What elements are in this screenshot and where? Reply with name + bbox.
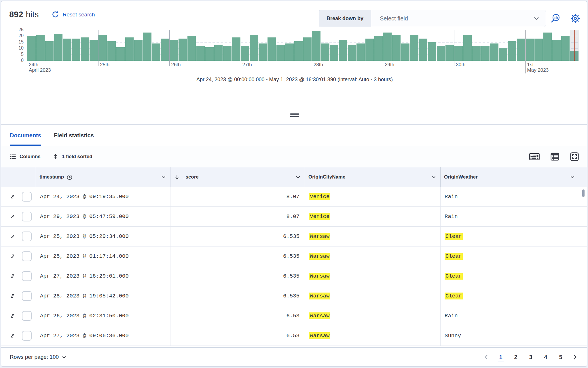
grid-header-origin-city[interactable]: OriginCityName: [305, 167, 441, 187]
row-controls: [1, 326, 36, 346]
edit-visualization-button[interactable]: [549, 12, 562, 25]
expand-document-icon[interactable]: [9, 194, 16, 200]
histogram-bar: [134, 40, 143, 61]
origin-city-header-label: OriginCityName: [308, 174, 345, 180]
grid-header-origin-weather[interactable]: OriginWeather: [441, 167, 579, 187]
columns-button[interactable]: Columns: [10, 153, 41, 160]
histogram-bar: [27, 36, 36, 61]
histogram-bar: [517, 39, 525, 61]
row-select-checkbox[interactable]: [22, 311, 32, 321]
histogram-bar: [401, 43, 409, 61]
histogram-bars[interactable]: [27, 30, 579, 61]
page-button-4[interactable]: 4: [540, 352, 551, 363]
grid-rows: Apr 24, 2023 @ 09:19:35.000 8.07 Venice …: [1, 187, 587, 350]
chevron-down-icon[interactable]: [570, 174, 575, 180]
histogram-bar: [161, 39, 169, 61]
histogram-bar: [116, 47, 125, 61]
y-axis-tick-label: 25: [6, 27, 24, 32]
histogram-bar: [534, 39, 543, 61]
row-select-checkbox[interactable]: [22, 331, 32, 341]
row-select-checkbox[interactable]: [22, 271, 32, 281]
day-gridline: [454, 30, 454, 61]
rows-per-page-button[interactable]: Rows per page: 100: [10, 354, 67, 360]
highlighted-value: Warsaw: [309, 332, 330, 339]
chart-options-button[interactable]: [569, 12, 582, 25]
page-button-3[interactable]: 3: [525, 352, 536, 363]
histogram-bar: [259, 43, 267, 61]
x-axis-tick: [98, 61, 98, 66]
histogram-bar: [125, 37, 134, 61]
histogram-bar: [303, 37, 312, 61]
histogram-bar: [36, 35, 45, 61]
cell-origin-city: Warsaw: [305, 246, 441, 266]
row-select-checkbox[interactable]: [22, 192, 32, 202]
highlighted-value: Clear: [445, 293, 463, 299]
histogram-bar: [392, 35, 401, 61]
cell-score: 6.535: [170, 266, 305, 286]
x-axis-tick-label: 25th: [100, 62, 109, 67]
x-axis-tick-label: 28th: [314, 62, 323, 67]
grid-header-score[interactable]: _score: [170, 167, 305, 187]
page-button-5[interactable]: 5: [555, 352, 566, 363]
chevron-down-icon[interactable]: [161, 174, 166, 180]
page-button-2[interactable]: 2: [510, 352, 521, 363]
expand-document-icon[interactable]: [9, 213, 16, 220]
panel-resize-handle[interactable]: [1, 113, 587, 117]
hits-histogram[interactable]: 051015202524thApril 202325th26th27th28th…: [1, 29, 587, 73]
row-select-checkbox[interactable]: [22, 212, 32, 221]
chevron-down-icon: [534, 16, 539, 21]
table-row: Apr 25, 2023 @ 01:17:14.000 6.535 Warsaw…: [1, 246, 587, 266]
expand-document-icon[interactable]: [9, 333, 16, 339]
page-button-1[interactable]: 1: [495, 352, 506, 363]
row-controls: [1, 266, 36, 286]
cell-score: 8.07: [170, 187, 305, 206]
chevron-down-icon[interactable]: [431, 174, 436, 180]
x-axis-tick: [169, 61, 170, 66]
chevron-down-icon[interactable]: [295, 174, 301, 180]
cell-timestamp: Apr 27, 2023 @ 18:29:01.000: [36, 266, 170, 286]
fullscreen-button[interactable]: [570, 152, 579, 161]
tab-field-statistics[interactable]: Field statistics: [54, 125, 94, 146]
cell-score: 6.535: [170, 286, 305, 306]
cell-gutter: [579, 207, 587, 226]
sort-fields-button[interactable]: 1 field sorted: [53, 154, 92, 160]
expand-document-icon[interactable]: [9, 233, 16, 240]
grid-header-timestamp[interactable]: timestamp: [36, 167, 170, 187]
expand-document-icon[interactable]: [9, 313, 16, 319]
histogram-bar: [543, 33, 552, 61]
sorted-fields-label: 1 field sorted: [62, 154, 92, 160]
histogram-bar: [205, 47, 214, 61]
row-controls: [1, 207, 36, 226]
keyboard-shortcuts-button[interactable]: [529, 153, 540, 160]
cell-timestamp: Apr 27, 2023 @ 09:06:36.000: [36, 326, 170, 346]
histogram-bar: [179, 39, 187, 61]
expand-document-icon[interactable]: [9, 253, 16, 259]
vertical-scrollbar-thumb[interactable]: [582, 189, 585, 197]
cell-origin-weather: Clear: [441, 227, 579, 246]
expand-document-icon[interactable]: [9, 273, 16, 279]
tab-documents[interactable]: Documents: [10, 125, 41, 146]
cell-timestamp: Apr 25, 2023 @ 05:29:34.000: [36, 227, 170, 246]
breakdown-select[interactable]: Select field: [371, 10, 546, 27]
histogram-bar: [187, 36, 196, 61]
cell-origin-city: Warsaw: [305, 266, 441, 286]
row-select-checkbox[interactable]: [22, 232, 32, 241]
histogram-bar: [232, 37, 240, 61]
x-axis-tick-label: 27th: [242, 62, 252, 67]
histogram-bar: [54, 34, 62, 61]
previous-page-button[interactable]: [481, 354, 491, 360]
highlighted-value: Clear: [445, 233, 463, 240]
row-select-checkbox[interactable]: [22, 291, 32, 301]
histogram-bar: [241, 46, 249, 61]
histogram-bar: [312, 31, 320, 61]
cell-origin-city: Venice: [305, 207, 441, 226]
highlighted-value: Warsaw: [309, 253, 330, 260]
display-density-button[interactable]: [551, 152, 559, 161]
next-page-button[interactable]: [570, 354, 580, 360]
x-axis-tick-label: 1stMay 2023: [527, 62, 549, 73]
y-axis-tick-label: 15: [6, 39, 24, 45]
expand-document-icon[interactable]: [9, 293, 16, 299]
reset-search-button[interactable]: Reset search: [52, 11, 95, 18]
row-select-checkbox[interactable]: [22, 251, 32, 261]
origin-weather-header-label: OriginWeather: [444, 174, 478, 180]
